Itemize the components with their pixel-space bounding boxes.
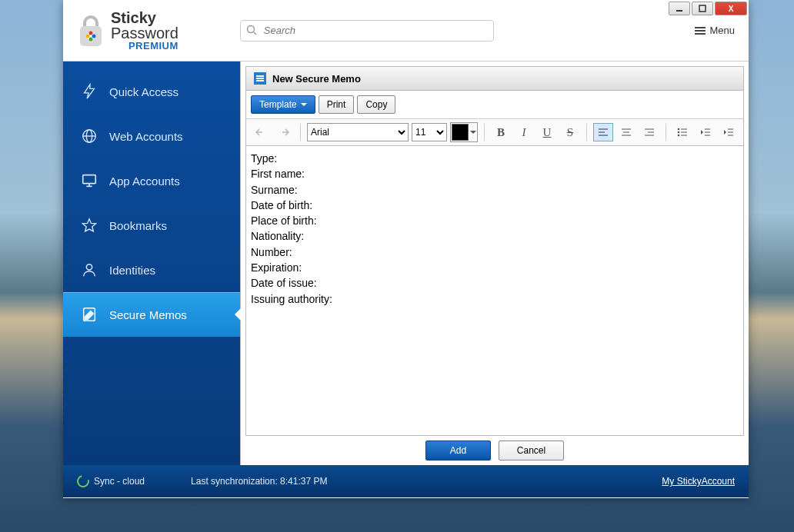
svg-point-8 [247, 25, 254, 32]
svg-point-29 [678, 131, 680, 134]
svg-point-31 [678, 135, 680, 137]
add-button[interactable]: Add [425, 441, 491, 461]
svg-line-9 [254, 32, 256, 35]
search-input[interactable] [240, 20, 494, 42]
svg-point-7 [86, 34, 90, 38]
person-icon [80, 261, 98, 279]
memo-line: First name: [251, 166, 739, 181]
search-icon [246, 25, 257, 38]
svg-point-6 [89, 37, 93, 41]
sidebar-item-web-accounts[interactable]: Web Accounts [63, 114, 240, 158]
sidebar-item-label: Secure Memos [109, 308, 187, 321]
sync-label: Sync - cloud [94, 476, 145, 487]
outdent-button[interactable] [696, 123, 716, 141]
memo-line: Date of birth: [251, 198, 739, 213]
document-icon [254, 72, 266, 85]
maximize-button[interactable] [692, 2, 713, 15]
font-size-select[interactable]: 11 [412, 123, 447, 141]
sidebar-item-identities[interactable]: Identities [63, 248, 240, 292]
svg-point-5 [92, 34, 96, 38]
font-color-picker[interactable] [450, 122, 478, 142]
menu-label: Menu [709, 25, 735, 36]
sync-status[interactable]: Sync - cloud [77, 475, 145, 487]
monitor-icon [80, 171, 98, 190]
align-right-button[interactable] [639, 123, 659, 141]
memo-line: Number: [251, 244, 739, 260]
bullet-list-button[interactable] [672, 123, 692, 141]
sidebar-item-label: Quick Access [109, 85, 178, 98]
padlock-icon [77, 14, 105, 48]
globe-icon [80, 127, 98, 145]
sync-icon [75, 473, 92, 490]
close-button[interactable]: X [715, 2, 747, 15]
sidebar: Quick Access Web Accounts App Accounts B… [63, 62, 240, 465]
memo-editor[interactable]: Type:First name:Surname:Date of birth:Pl… [245, 146, 744, 436]
my-account-link[interactable]: My StickyAccount [662, 476, 735, 487]
menu-button[interactable]: Menu [695, 25, 735, 36]
sidebar-item-label: Web Accounts [109, 130, 183, 143]
underline-button[interactable]: U [537, 123, 557, 141]
sidebar-item-app-accounts[interactable]: App Accounts [63, 158, 240, 203]
svg-point-4 [89, 31, 93, 35]
logo-line2: Password [111, 25, 178, 41]
font-select[interactable]: Arial [307, 123, 409, 141]
header: Sticky Password PREMIUM Menu [63, 0, 749, 62]
sidebar-item-label: App Accounts [109, 175, 180, 188]
chevron-down-icon [470, 131, 476, 137]
format-toolbar: Arial 11 B I U S [245, 118, 744, 146]
memo-line: Type: [251, 151, 739, 166]
italic-button[interactable]: I [514, 123, 534, 141]
last-sync-text: Last synchronization: 8:41:37 PM [191, 476, 327, 487]
memo-line: Place of birth: [251, 213, 739, 228]
sidebar-item-bookmarks[interactable]: Bookmarks [63, 203, 240, 248]
template-dropdown[interactable]: Template [251, 95, 315, 114]
copy-button[interactable]: Copy [357, 95, 395, 114]
memo-line: Surname: [251, 182, 739, 198]
sidebar-item-label: Identities [109, 264, 155, 277]
memo-icon [80, 305, 98, 324]
minimize-button[interactable] [669, 2, 690, 15]
align-left-button[interactable] [593, 123, 613, 141]
svg-point-27 [678, 128, 680, 131]
sidebar-item-label: Bookmarks [109, 219, 167, 232]
align-center-button[interactable] [616, 123, 636, 141]
window-controls: X [669, 2, 747, 15]
hamburger-icon [695, 25, 706, 36]
star-icon [80, 216, 98, 234]
panel-title: New Secure Memo [272, 73, 361, 85]
memo-line: Issuing authority: [251, 291, 739, 307]
color-swatch-icon [452, 124, 469, 141]
print-button[interactable]: Print [319, 95, 355, 114]
app-logo: Sticky Password PREMIUM [77, 10, 178, 51]
cancel-button[interactable]: Cancel [499, 441, 564, 461]
app-window: X Sticky Password PREMIUM [63, 0, 749, 498]
svg-rect-13 [83, 175, 96, 184]
panel-header: New Secure Memo [245, 66, 744, 91]
indent-button[interactable] [719, 123, 739, 141]
undo-button[interactable] [251, 123, 271, 141]
chevron-down-icon [301, 103, 307, 109]
logo-line3: PREMIUM [111, 41, 178, 51]
svg-point-16 [86, 264, 92, 270]
strikethrough-button[interactable]: S [560, 123, 580, 141]
bolt-icon [80, 82, 98, 101]
svg-rect-1 [699, 5, 706, 12]
status-bar: Sync - cloud Last synchronization: 8:41:… [63, 465, 749, 497]
logo-line1: Sticky [111, 10, 178, 25]
action-row: Add Cancel [245, 441, 744, 461]
search-box [240, 20, 494, 42]
memo-line: Nationality: [251, 228, 739, 244]
bold-button[interactable]: B [491, 123, 511, 141]
memo-line: Expiration: [251, 260, 739, 275]
sidebar-item-secure-memos[interactable]: Secure Memos [63, 292, 240, 337]
memo-line: Date of issue: [251, 275, 739, 291]
action-toolbar: Template Print Copy [245, 91, 744, 118]
sidebar-item-quick-access[interactable]: Quick Access [63, 69, 240, 114]
redo-button[interactable] [274, 123, 294, 141]
main-panel: New Secure Memo Template Print Copy [240, 62, 749, 465]
